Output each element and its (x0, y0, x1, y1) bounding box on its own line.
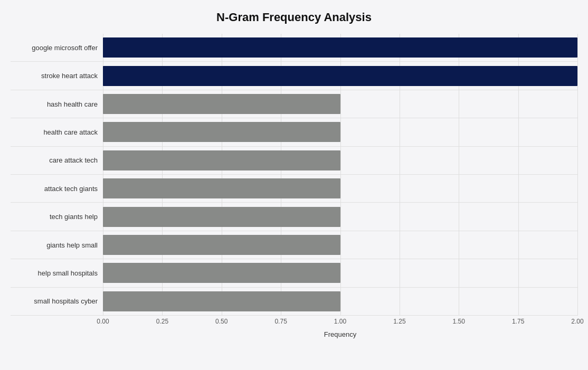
x-tick-label: 0.00 (97, 318, 109, 325)
bar-label: hash health care (11, 100, 103, 108)
bar-label: care attack tech (11, 156, 103, 164)
bar-fill (103, 235, 340, 255)
grid-line (577, 34, 578, 316)
bar-fill (103, 94, 340, 114)
x-tick-label: 0.50 (215, 318, 227, 325)
bar-track (103, 118, 577, 146)
bars-section: google microsoft offerstroke heart attac… (11, 34, 577, 316)
bar-row: help small hospitals (11, 259, 577, 287)
bar-fill (103, 122, 340, 142)
bar-label: health care attack (11, 128, 103, 136)
x-tick-label: 0.75 (274, 318, 287, 325)
bar-track (103, 175, 577, 202)
bar-track (103, 231, 577, 259)
bar-fill (103, 150, 340, 170)
bar-fill (103, 291, 340, 311)
bar-row: health care attack (11, 118, 577, 146)
bar-label: attack tech giants (11, 185, 103, 193)
bar-row: attack tech giants (11, 175, 577, 203)
bar-fill (103, 66, 577, 86)
bar-track (103, 34, 577, 61)
bar-label: google microsoft offer (11, 44, 103, 52)
bar-label: giants help small (11, 241, 103, 249)
x-tick-label: 1.25 (393, 318, 405, 325)
bar-label: tech giants help (11, 213, 103, 221)
bar-track (103, 90, 577, 118)
x-ticks: 0.000.250.500.751.001.251.501.752.00 (103, 318, 577, 328)
x-tick-label: 0.25 (156, 318, 168, 325)
chart-title: N-Gram Frequency Analysis (11, 11, 577, 24)
x-tick-label: 1.75 (512, 318, 524, 325)
bar-row: giants help small (11, 231, 577, 259)
x-axis: 0.000.250.500.751.001.251.501.752.00 Fre… (103, 316, 577, 338)
bar-track (103, 259, 577, 287)
chart-area: google microsoft offerstroke heart attac… (11, 34, 577, 338)
chart-container: N-Gram Frequency Analysis google microso… (0, 0, 588, 370)
bar-track (103, 288, 577, 315)
bar-label: stroke heart attack (11, 72, 103, 80)
bar-row: stroke heart attack (11, 62, 577, 90)
bar-label: help small hospitals (11, 269, 103, 277)
bar-row: small hospitals cyber (11, 288, 577, 316)
bar-fill (103, 178, 340, 198)
x-tick-label: 1.00 (334, 318, 346, 325)
bar-fill (103, 37, 577, 58)
x-tick-label: 1.50 (453, 318, 465, 325)
bar-row: care attack tech (11, 147, 577, 175)
bar-label: small hospitals cyber (11, 297, 103, 305)
bar-row: hash health care (11, 90, 577, 118)
bar-track (103, 203, 577, 230)
bar-track (103, 147, 577, 174)
bar-fill (103, 207, 340, 227)
bar-row: tech giants help (11, 203, 577, 231)
bar-track (103, 62, 577, 89)
x-tick-label: 2.00 (571, 318, 583, 325)
bar-row: google microsoft offer (11, 34, 577, 62)
bar-fill (103, 263, 340, 283)
x-axis-label: Frequency (103, 330, 577, 338)
